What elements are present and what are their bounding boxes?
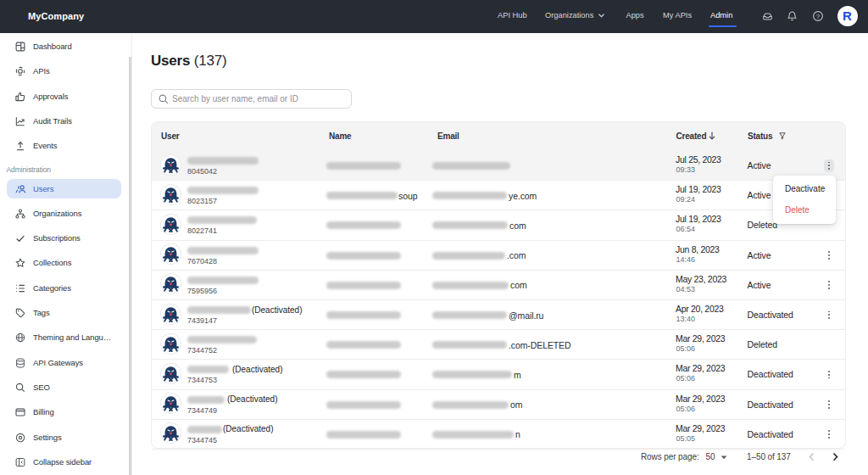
svg-text:?: ?	[815, 12, 820, 20]
